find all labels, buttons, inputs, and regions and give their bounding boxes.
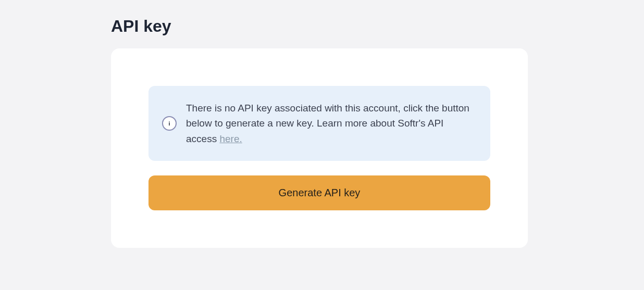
svg-point-1 bbox=[169, 121, 169, 122]
learn-more-link[interactable]: here. bbox=[219, 133, 242, 144]
page-title: API key bbox=[111, 17, 644, 36]
api-key-card: There is no API key associated with this… bbox=[111, 48, 528, 248]
info-banner: There is no API key associated with this… bbox=[148, 86, 490, 161]
generate-api-key-button[interactable]: Generate API key bbox=[148, 175, 490, 210]
info-banner-text: There is no API key associated with this… bbox=[186, 100, 474, 146]
info-icon bbox=[162, 116, 177, 131]
